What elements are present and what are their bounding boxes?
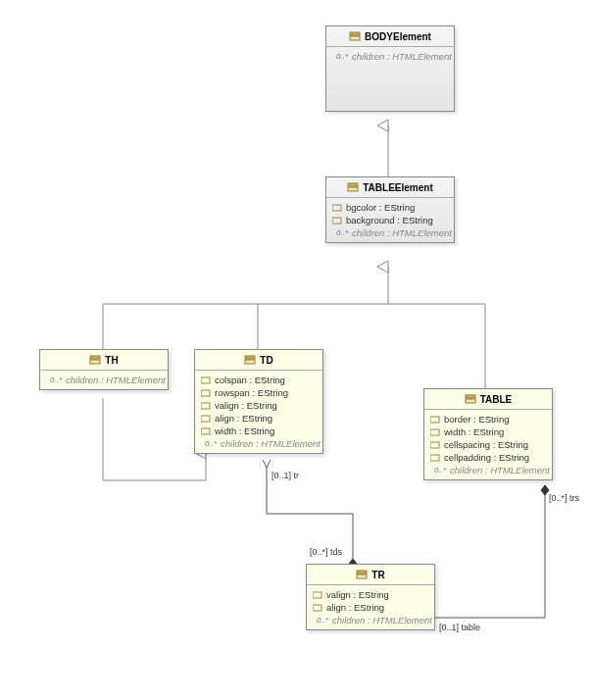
class-title: TR — [307, 565, 434, 585]
attr-text: width : EString — [215, 425, 274, 436]
attrs-compartment: valign : EString align : EString 0..* ch… — [307, 585, 434, 629]
class-th[interactable]: TH 0..* children : HTMLElement — [39, 349, 169, 390]
attr-row: bgcolor : EString — [330, 201, 450, 214]
class-icon — [89, 354, 101, 366]
class-icon — [244, 354, 256, 366]
class-name: TABLEElement — [363, 182, 433, 193]
class-tableelement[interactable]: TABLEElement bgcolor : EString backgroun… — [325, 176, 455, 243]
svg-rect-4 — [332, 205, 341, 211]
svg-rect-10 — [201, 377, 210, 383]
attr-icon — [201, 389, 211, 397]
attr-row: background : EString — [330, 214, 450, 226]
attr-text: rowspan : EString — [215, 387, 288, 398]
class-table[interactable]: TABLE border : EString width : EString c… — [423, 388, 553, 480]
class-td[interactable]: TD colspan : EString rowspan : EString v… — [194, 349, 323, 454]
svg-rect-23 — [313, 592, 321, 598]
attr-icon — [430, 416, 440, 424]
svg-rect-8 — [245, 356, 255, 359]
ref-row: 0..* children : HTMLElement — [330, 226, 450, 239]
class-icon — [349, 30, 361, 42]
svg-rect-19 — [430, 442, 439, 448]
attr-icon — [313, 604, 322, 612]
attr-text: align : EString — [215, 413, 272, 424]
attr-icon — [430, 441, 440, 449]
svg-rect-22 — [357, 575, 367, 578]
svg-rect-21 — [357, 571, 367, 574]
attr-text: colspan : EString — [215, 375, 285, 385]
attr-row: border : EString — [428, 413, 548, 425]
class-icon — [356, 569, 368, 580]
attr-row: cellpadding : EString — [428, 451, 548, 464]
attr-icon — [332, 204, 342, 212]
attr-text: valign : EString — [326, 589, 389, 600]
attr-icon — [201, 427, 211, 435]
attr-text: cellpadding : EString — [444, 452, 529, 463]
class-name: BODYElement — [365, 31, 431, 42]
ref-mult: 0..* — [336, 52, 348, 61]
attr-icon — [313, 591, 322, 599]
attr-row: rowspan : EString — [199, 386, 319, 399]
attr-row: valign : EString — [199, 399, 319, 412]
svg-rect-0 — [350, 32, 360, 35]
class-name: TR — [371, 570, 384, 580]
svg-rect-5 — [332, 218, 341, 224]
svg-rect-11 — [201, 390, 210, 396]
attr-text: border : EString — [444, 414, 510, 425]
class-name: TD — [260, 355, 272, 366]
svg-rect-9 — [245, 360, 255, 364]
attr-icon — [201, 376, 211, 384]
attrs-compartment: 0..* children : HTMLElement — [326, 47, 454, 66]
ref-text: children : HTMLElement — [66, 375, 166, 385]
attr-row: cellspacing : EString — [428, 438, 548, 451]
class-title: TABLEElement — [326, 177, 454, 198]
class-name: TABLE — [480, 394, 513, 405]
attr-text: width : EString — [444, 426, 504, 437]
svg-rect-20 — [430, 455, 439, 461]
attr-row: align : EString — [199, 412, 319, 425]
ref-mult: 0..* — [336, 228, 348, 237]
edge-label-tds: [0..*] tds — [310, 547, 342, 557]
attr-text: background : EString — [346, 215, 433, 225]
class-title: TH — [40, 350, 168, 371]
class-title: TD — [195, 350, 322, 371]
attr-text: bgcolor : EString — [346, 202, 415, 213]
attr-icon — [430, 454, 440, 462]
ref-text: children : HTMLElement — [352, 227, 452, 238]
ref-row: 0..* children : HTMLElement — [428, 464, 548, 476]
ref-row: 0..* children : HTMLElement — [330, 50, 450, 63]
svg-rect-3 — [348, 187, 358, 191]
attrs-compartment: colspan : EString rowspan : EString vali… — [195, 371, 322, 453]
ref-row: 0..* children : HTMLElement — [199, 437, 319, 450]
attr-row: width : EString — [199, 425, 319, 437]
svg-rect-12 — [201, 403, 210, 409]
ref-mult: 0..* — [50, 375, 62, 384]
attr-row: width : EString — [428, 425, 548, 438]
ref-mult: 0..* — [205, 439, 217, 448]
svg-rect-1 — [350, 36, 360, 40]
ref-mult: 0..* — [317, 616, 328, 625]
class-title: BODYElement — [326, 26, 454, 47]
class-bodyelement[interactable]: BODYElement 0..* children : HTMLElement — [325, 25, 455, 112]
attr-icon — [332, 217, 342, 225]
empty-compartment — [326, 66, 454, 111]
svg-rect-14 — [201, 428, 210, 434]
attr-row: align : EString — [311, 601, 430, 614]
svg-rect-13 — [201, 416, 210, 422]
svg-rect-16 — [466, 399, 475, 403]
ref-mult: 0..* — [434, 466, 446, 475]
svg-rect-6 — [90, 356, 100, 359]
attr-row: colspan : EString — [199, 374, 319, 386]
class-icon — [347, 181, 359, 193]
class-tr[interactable]: TR valign : EString align : EString 0..*… — [306, 564, 435, 630]
svg-rect-24 — [313, 605, 321, 611]
edge-label-tr: [0..1] tr — [272, 471, 299, 480]
ref-row: 0..* children : HTMLElement — [44, 374, 164, 386]
class-name: TH — [105, 355, 118, 366]
ref-text: children : HTMLElement — [332, 615, 432, 625]
attrs-compartment: 0..* children : HTMLElement — [40, 371, 168, 389]
svg-rect-18 — [430, 429, 439, 435]
ref-row: 0..* children : HTMLElement — [311, 614, 430, 626]
ref-text: children : HTMLElement — [352, 51, 452, 62]
attr-icon — [201, 402, 211, 410]
attrs-compartment: border : EString width : EString cellspa… — [424, 410, 552, 479]
